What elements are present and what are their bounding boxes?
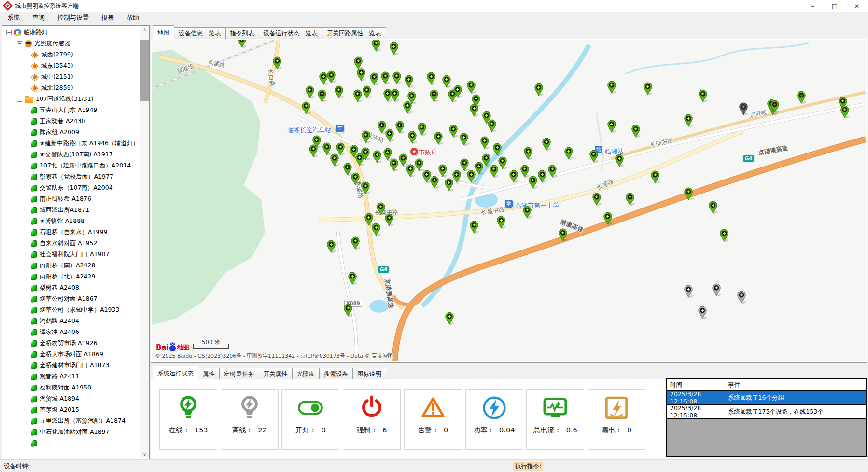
- scroll-up-icon[interactable]: ∧: [140, 26, 149, 34]
- map-pin-green[interactable]: [445, 312, 454, 325]
- close-button[interactable]: ×: [846, 0, 868, 12]
- map-pin-gray[interactable]: [712, 283, 721, 296]
- map-pin-green[interactable]: [528, 176, 538, 189]
- map-pin-green[interactable]: [361, 181, 370, 194]
- tree-node-22[interactable]: 向阳桥（北）A2429: [3, 271, 140, 282]
- map-pin-green[interactable]: [390, 89, 400, 102]
- menu-item-0[interactable]: 系统: [1, 12, 26, 24]
- tree-collapse-icon[interactable]: −: [17, 41, 22, 46]
- map-pin-green[interactable]: [429, 89, 439, 102]
- map-pin-green[interactable]: [840, 105, 850, 118]
- tree-scrollbar[interactable]: ∧ ∨: [140, 26, 149, 458]
- map-pin-green[interactable]: [385, 129, 394, 142]
- map-pin-green[interactable]: [537, 170, 547, 183]
- map-pin-green[interactable]: [480, 136, 490, 149]
- map-pin-green[interactable]: [498, 156, 507, 169]
- tree-node-33[interactable]: 汽贸城 A1894: [3, 393, 140, 404]
- map-pin-green_red[interactable]: [797, 91, 806, 104]
- menu-item-2[interactable]: 控制与设置: [51, 12, 95, 24]
- tree-node-31[interactable]: 观音路 A2411: [3, 371, 140, 382]
- map-pin-green[interactable]: [407, 131, 417, 144]
- map-pin-green[interactable]: [308, 144, 318, 157]
- tree-node-14[interactable]: 交警队东（107南）A2004: [3, 182, 140, 194]
- map-pin-green[interactable]: [684, 187, 693, 200]
- tree-node-19[interactable]: 自来水斜对面 A1952: [3, 238, 140, 249]
- map-pin-dark[interactable]: [739, 102, 748, 115]
- menu-item-1[interactable]: 查询: [26, 12, 51, 24]
- map-pin-green[interactable]: [453, 85, 462, 98]
- tree-node-29[interactable]: 金桥大市场对面 A1869: [3, 349, 140, 360]
- map-pin-green[interactable]: [389, 42, 399, 55]
- map-tab-2[interactable]: 指令列表: [225, 27, 259, 39]
- tree-node-1[interactable]: −光照度传感器: [3, 38, 140, 49]
- tree-node-10[interactable]: ★建新中路路口东 A1946（辅道灯）: [3, 138, 140, 149]
- tree-node-20[interactable]: 社会福利院大门口 A1907: [3, 249, 140, 260]
- event-log-row-1[interactable]: 2025/3/28 12:15:08系统加载了175个设备，在线153个: [667, 405, 866, 419]
- map-pin-green[interactable]: [547, 165, 557, 178]
- bottom-tab-5[interactable]: 搜索设备: [319, 368, 353, 379]
- map-pin-green[interactable]: [372, 150, 382, 163]
- map-pin-green[interactable]: [542, 138, 551, 151]
- map-pin-green[interactable]: [301, 101, 311, 114]
- bottom-tab-4[interactable]: 光照度: [292, 368, 320, 379]
- maximize-button[interactable]: □: [824, 0, 846, 12]
- scroll-down-icon[interactable]: ∨: [140, 450, 149, 458]
- map-pin-green[interactable]: [625, 193, 635, 206]
- map-pin-green[interactable]: [395, 121, 405, 134]
- map-pin-green[interactable]: [592, 193, 602, 206]
- map-pin-green[interactable]: [330, 153, 339, 167]
- map-pin-green[interactable]: [459, 133, 469, 146]
- map-pin-gray[interactable]: [737, 291, 746, 304]
- tree-collapse-icon[interactable]: −: [6, 30, 12, 35]
- map-pin-green[interactable]: [389, 158, 399, 171]
- map-pin-green[interactable]: [414, 158, 424, 171]
- map-pin-green[interactable]: [237, 40, 247, 48]
- map-pin-green[interactable]: [355, 153, 364, 166]
- map-pin-green[interactable]: [534, 83, 544, 96]
- map-tab-0[interactable]: 地图: [153, 25, 174, 39]
- bottom-tab-6[interactable]: 图标说明: [352, 368, 386, 379]
- map-pin-green[interactable]: [589, 150, 599, 163]
- tree-node-30[interactable]: 金桥建材市场门口 A1873: [3, 360, 140, 371]
- tree-node-18[interactable]: 石咀桥（自来水）A1999: [3, 227, 140, 238]
- tree-node-6[interactable]: −107国道沿线(31/31): [3, 94, 140, 105]
- map-pin-green[interactable]: [607, 120, 616, 133]
- map-pin-green[interactable]: [643, 82, 653, 95]
- map-pin-green[interactable]: [438, 164, 448, 177]
- tree-node-9[interactable]: 陈家组 A2009: [3, 127, 140, 138]
- map-pin-green[interactable]: [460, 158, 469, 171]
- bottom-tab-0[interactable]: 系统运行状态: [153, 366, 198, 379]
- map-pin-green[interactable]: [607, 81, 616, 94]
- map-pin-green[interactable]: [448, 125, 458, 138]
- map-canvas[interactable]: 京港线长盛路长白路长安中路长盛路长盛中路长盛中路长盛路长安东路京港线京港澳高速港…: [152, 40, 866, 361]
- tree-collapse-icon[interactable]: −: [17, 97, 22, 102]
- tree-node-32[interactable]: 福利院对面 A1950: [3, 382, 140, 393]
- map-pin-green[interactable]: [362, 85, 372, 98]
- map-pin-green[interactable]: [496, 216, 506, 229]
- map-pin-green[interactable]: [404, 75, 414, 88]
- map-pin-green[interactable]: [509, 170, 518, 183]
- map-pin-green[interactable]: [631, 125, 641, 138]
- map-pin-green[interactable]: [564, 147, 574, 160]
- tree-node-21[interactable]: 向阳桥（南）A2428: [3, 260, 140, 271]
- map-pin-green[interactable]: [615, 154, 624, 167]
- map-pin-green[interactable]: [392, 71, 402, 84]
- map-pin-green[interactable]: [369, 72, 379, 85]
- tree-node-5[interactable]: 城北(2859): [3, 83, 140, 94]
- tree-node-26[interactable]: 鸿鹤路 A2404: [3, 316, 140, 327]
- tree-node-16[interactable]: 城西派出所A1871: [3, 205, 140, 216]
- map-pin-green[interactable]: [684, 114, 693, 127]
- map-pin-green[interactable]: [326, 240, 336, 253]
- event-log-row-0[interactable]: 2025/3/28 12:15:08系统加载了16个分组: [667, 391, 866, 405]
- bottom-tab-3[interactable]: 开关属性: [259, 368, 293, 379]
- tree-node-8[interactable]: 王家珑巷 A2430: [3, 116, 140, 127]
- map-pin-gray[interactable]: [684, 285, 693, 298]
- map-pin-green[interactable]: [371, 223, 381, 236]
- map-pin-green[interactable]: [356, 68, 366, 81]
- map-pin-green[interactable]: [353, 89, 363, 102]
- map-pin-green[interactable]: [322, 142, 332, 155]
- map-pin-green[interactable]: [434, 132, 443, 145]
- tree-node-35[interactable]: 五里派出所（富源汽配）A1874: [3, 416, 140, 427]
- scrollbar-thumb[interactable]: [140, 40, 149, 101]
- map-pin-green[interactable]: [523, 147, 533, 160]
